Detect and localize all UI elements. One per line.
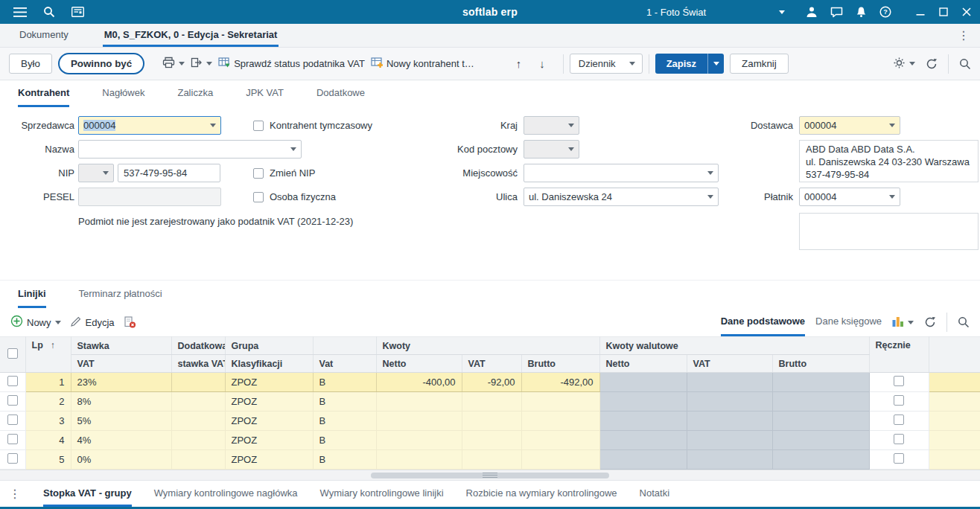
close-button[interactable] bbox=[962, 7, 971, 16]
news-icon[interactable] bbox=[71, 7, 84, 17]
delete-line-icon[interactable] bbox=[124, 316, 136, 328]
cell-vat[interactable]: B bbox=[313, 373, 376, 392]
cell-lp[interactable]: 3 bbox=[25, 412, 71, 431]
cell-netto[interactable] bbox=[376, 450, 462, 470]
search-icon[interactable] bbox=[43, 6, 55, 18]
zmien-nip-checkbox[interactable]: Zmień NIP bbox=[253, 164, 315, 182]
sprzedawca-combo[interactable]: 000004 bbox=[78, 116, 221, 135]
dodatkowa-subheader[interactable]: stawka VAT bbox=[178, 359, 226, 369]
cell-stawka-vat[interactable]: 8% bbox=[71, 392, 171, 412]
new-line-button[interactable]: Nowy bbox=[10, 315, 61, 330]
search-records-icon[interactable] bbox=[959, 58, 971, 70]
splitter-grip-icon[interactable] bbox=[483, 473, 497, 478]
pesel-field[interactable] bbox=[78, 188, 221, 206]
cell-brutto[interactable] bbox=[521, 431, 599, 450]
table-row[interactable]: 3 5% ZPOZ B bbox=[0, 412, 980, 431]
lp-header[interactable]: Lp bbox=[32, 340, 43, 350]
row-select-checkbox[interactable] bbox=[7, 453, 18, 464]
cell-vat-kwota[interactable] bbox=[462, 412, 521, 431]
cell-vat[interactable]: B bbox=[313, 450, 376, 470]
cell-dodatkowa-stawka[interactable] bbox=[171, 450, 225, 470]
tab-wymiary-naglowka[interactable]: Wymiary kontrolingowe nagłówka bbox=[154, 481, 298, 507]
save-dropdown[interactable] bbox=[707, 54, 724, 74]
recznie-checkbox[interactable] bbox=[894, 395, 904, 406]
sort-asc-icon[interactable]: ↑ bbox=[51, 340, 55, 350]
cell-grupa-klasyfikacji[interactable]: ZPOZ bbox=[225, 450, 313, 470]
cell-vat[interactable]: B bbox=[313, 412, 376, 431]
cell-brutto-walutowe[interactable] bbox=[772, 450, 869, 470]
grupa-header[interactable]: Grupa bbox=[232, 341, 259, 351]
nazwa-combo[interactable] bbox=[78, 140, 302, 159]
tab-dokumenty[interactable]: Dokumenty bbox=[18, 24, 70, 47]
cell-vat-kwota[interactable] bbox=[462, 431, 521, 450]
row-select-checkbox[interactable] bbox=[7, 414, 18, 425]
cell-vat-walutowe[interactable] bbox=[687, 431, 772, 450]
kontrahent-tymczasowy-checkbox[interactable]: Kontrahent tymczasowy bbox=[253, 116, 372, 135]
cell-dodatkowa-stawka[interactable] bbox=[171, 392, 225, 412]
edit-line-button[interactable]: Edycja bbox=[70, 316, 115, 330]
grupa-subheader[interactable]: Klasyfikacji bbox=[232, 359, 283, 369]
kod-pocztowy-combo[interactable] bbox=[524, 140, 579, 159]
move-down-button[interactable]: ↓ bbox=[539, 57, 545, 70]
process-settings-button[interactable] bbox=[893, 57, 915, 71]
cell-brutto-walutowe[interactable] bbox=[772, 373, 869, 392]
close-document-button[interactable]: Zamknij bbox=[730, 54, 789, 74]
refresh-icon[interactable] bbox=[926, 58, 938, 70]
export-button[interactable] bbox=[191, 57, 212, 71]
cell-netto-walutowe[interactable] bbox=[599, 392, 687, 412]
stawka-subheader[interactable]: VAT bbox=[77, 359, 95, 369]
nip-prefix-combo[interactable] bbox=[78, 164, 114, 182]
check-vat-status-button[interactable]: Sprawdź status podatnika VAT bbox=[218, 57, 365, 71]
menu-icon[interactable] bbox=[13, 7, 27, 17]
vat-header[interactable]: Vat bbox=[319, 359, 334, 369]
cell-vat[interactable]: B bbox=[313, 431, 376, 450]
user-icon[interactable] bbox=[806, 6, 818, 18]
cell-vat-kwota[interactable] bbox=[462, 392, 521, 412]
vat-kwota-header[interactable]: VAT bbox=[468, 359, 486, 369]
brutto-walutowe-header[interactable]: Brutto bbox=[779, 359, 807, 369]
dostawca-combo[interactable]: 000004 bbox=[799, 116, 900, 135]
tab-linijki[interactable]: Linijki bbox=[18, 281, 46, 308]
netto-walutowe-header[interactable]: Netto bbox=[606, 359, 630, 369]
view-tab-dane-podstawowe[interactable]: Dane podstawowe bbox=[721, 308, 805, 336]
cell-lp[interactable]: 5 bbox=[25, 450, 71, 470]
company-selector[interactable]: 1 - Foto Świat bbox=[646, 7, 785, 18]
search-lines-icon[interactable] bbox=[958, 316, 970, 328]
cell-grupa-klasyfikacji[interactable]: ZPOZ bbox=[225, 373, 313, 392]
netto-header[interactable]: Netto bbox=[383, 359, 407, 369]
cell-vat-walutowe[interactable] bbox=[687, 450, 772, 470]
dodatkowa-header[interactable]: Dodatkowa bbox=[178, 341, 226, 351]
chat-icon[interactable] bbox=[830, 7, 843, 18]
cell-brutto[interactable] bbox=[521, 450, 599, 470]
table-row[interactable]: 2 8% ZPOZ B bbox=[0, 392, 980, 412]
tab-rozbicie-wymiary[interactable]: Rozbicie na wymiary kontrolingowe bbox=[466, 481, 617, 507]
cell-netto-walutowe[interactable] bbox=[599, 431, 687, 450]
cell-dodatkowa-stawka[interactable] bbox=[171, 412, 225, 431]
select-all-checkbox[interactable] bbox=[7, 348, 18, 359]
tab-kontrahent[interactable]: Kontrahent bbox=[18, 80, 69, 107]
tab-zaliczka[interactable]: Zaliczka bbox=[177, 80, 213, 107]
recznie-checkbox[interactable] bbox=[894, 434, 904, 444]
tab-active-document[interactable]: M0, S_FZKOK, 0 - Edycja - Sekretariat bbox=[103, 24, 279, 47]
horizontal-scrollbar[interactable] bbox=[0, 470, 980, 480]
bottom-menu-icon[interactable]: ⋮ bbox=[9, 488, 21, 500]
print-button[interactable] bbox=[162, 57, 185, 71]
row-select-checkbox[interactable] bbox=[7, 395, 18, 406]
cell-stawka-vat[interactable]: 5% bbox=[71, 412, 171, 431]
cell-netto[interactable] bbox=[376, 412, 462, 431]
recznie-checkbox[interactable] bbox=[894, 414, 904, 425]
cell-dodatkowa-stawka[interactable] bbox=[171, 431, 225, 450]
cell-grupa-klasyfikacji[interactable]: ZPOZ bbox=[225, 392, 313, 412]
maximize-button[interactable] bbox=[939, 7, 948, 16]
row-select-checkbox[interactable] bbox=[7, 434, 18, 444]
cell-brutto-walutowe[interactable] bbox=[772, 431, 869, 450]
cell-grupa-klasyfikacji[interactable]: ZPOZ bbox=[225, 431, 313, 450]
bell-icon[interactable] bbox=[856, 6, 867, 18]
minimize-button[interactable] bbox=[916, 7, 925, 16]
cell-dodatkowa-stawka[interactable] bbox=[171, 373, 225, 392]
brutto-header[interactable]: Brutto bbox=[528, 359, 556, 369]
tab-wymiary-linijki[interactable]: Wymiary kontrolingowe linijki bbox=[320, 481, 444, 507]
view-tab-dane-ksiegowe[interactable]: Dane księgowe bbox=[815, 308, 882, 336]
cell-netto[interactable] bbox=[376, 392, 462, 412]
stawka-header[interactable]: Stawka bbox=[77, 341, 109, 351]
